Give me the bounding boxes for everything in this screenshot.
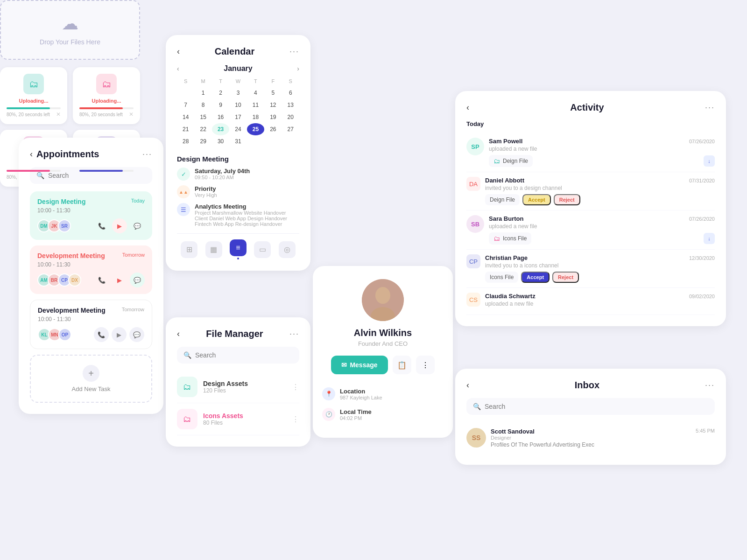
cal-day[interactable]: 3: [229, 87, 247, 99]
profile-actions: ✉ Message 📋 ⋮: [322, 356, 444, 374]
avatar: OP: [58, 328, 71, 341]
more-button[interactable]: ⋮: [416, 356, 435, 374]
cal-day[interactable]: 28: [177, 135, 194, 147]
cal-day[interactable]: 8: [194, 99, 211, 111]
file-menu-icons[interactable]: ⋮: [292, 415, 299, 424]
cal-nav-grid[interactable]: ▦: [205, 241, 222, 258]
cal-nav-check[interactable]: ◎: [279, 241, 296, 258]
upload-cancel-1[interactable]: ✕: [56, 111, 61, 118]
cal-next-arrow[interactable]: ›: [297, 65, 299, 72]
cal-day[interactable]: 9: [212, 99, 229, 111]
cal-day[interactable]: 6: [282, 87, 299, 99]
cal-day-today[interactable]: 25: [247, 123, 264, 135]
activity-desc-claudia: uploaded a new file: [485, 301, 715, 307]
cal-day[interactable]: [177, 87, 194, 99]
inbox-item-scott[interactable]: SS Scott Sandoval Designer 5:45 PM Profi…: [466, 422, 715, 454]
drop-zone[interactable]: ☁ Drop Your Files Here: [0, 0, 140, 60]
cal-day[interactable]: [282, 135, 299, 147]
message-button[interactable]: 💬: [130, 218, 145, 233]
cal-day[interactable]: 22: [194, 123, 211, 135]
cal-day-header: T: [212, 76, 229, 87]
file-item-icons-assets[interactable]: 🗂 Icons Assets 80 Files ⋮: [177, 403, 299, 435]
profile-location-value: 987 Kayleigh Lake: [340, 395, 382, 400]
appointments-search-input[interactable]: [48, 172, 130, 179]
cal-day[interactable]: 5: [264, 87, 282, 99]
cal-day[interactable]: 13: [282, 99, 299, 111]
activity-desc-sara: uploaded a new file: [489, 223, 715, 230]
cal-day[interactable]: 21: [177, 123, 194, 135]
message-button[interactable]: ✉ Message: [331, 356, 388, 374]
cal-day[interactable]: 16: [212, 111, 229, 123]
inbox-back-arrow[interactable]: ‹: [466, 380, 469, 390]
activity-content-christian: Christian Page 12/30/2020 invited you to…: [485, 254, 715, 283]
add-task-box[interactable]: + Add New Task: [30, 355, 152, 403]
cal-day[interactable]: 19: [264, 111, 282, 123]
download-button-sara[interactable]: ↓: [704, 233, 715, 244]
file-manager-search-bar[interactable]: 🔍: [177, 347, 299, 364]
message-button[interactable]: 💬: [129, 327, 144, 342]
appointments-title: Appointments: [36, 149, 99, 160]
accept-button-daniel[interactable]: Accept: [522, 194, 551, 205]
calendar-title: Calendar: [215, 46, 255, 57]
cal-day[interactable]: 31: [229, 135, 247, 147]
cal-day[interactable]: 18: [247, 111, 264, 123]
appointments-back-arrow[interactable]: ‹: [30, 149, 33, 159]
copy-button[interactable]: 📋: [393, 356, 411, 374]
video-button[interactable]: ▶: [112, 327, 127, 342]
file-item-design-assets[interactable]: 🗂 Design Assets 120 Files ⋮: [177, 371, 299, 403]
video-button[interactable]: ▶: [112, 218, 127, 233]
file-manager-back-arrow[interactable]: ‹: [177, 329, 180, 339]
cal-day[interactable]: 17: [229, 111, 247, 123]
cal-day[interactable]: 12: [264, 99, 282, 111]
upload-cancel-2[interactable]: ✕: [129, 111, 134, 118]
file-manager-search-input[interactable]: [195, 351, 277, 359]
cal-day[interactable]: 4: [247, 87, 264, 99]
appointments-menu[interactable]: ···: [142, 149, 152, 159]
cal-day[interactable]: 7: [177, 99, 194, 111]
file-count-design: 120 Files: [203, 387, 286, 394]
cal-nav-main[interactable]: ⊞: [181, 241, 197, 258]
cal-day[interactable]: 30: [212, 135, 229, 147]
call-button[interactable]: 📞: [94, 218, 109, 233]
file-manager-menu[interactable]: ···: [289, 329, 299, 339]
cal-day[interactable]: 11: [247, 99, 264, 111]
cal-nav-doc[interactable]: ▭: [254, 241, 271, 258]
activity-back-arrow[interactable]: ‹: [466, 103, 469, 112]
accept-button-christian[interactable]: Accept: [521, 272, 550, 283]
call-button[interactable]: 📞: [94, 327, 109, 342]
cal-day[interactable]: 29: [194, 135, 211, 147]
activity-content-sam: Sam Powell 07/26/2020 uploaded a new fil…: [489, 138, 715, 167]
cal-day[interactable]: 14: [177, 111, 194, 123]
cal-day[interactable]: 24: [229, 123, 247, 135]
inbox-menu[interactable]: ···: [705, 380, 715, 390]
cal-day[interactable]: 27: [282, 123, 299, 135]
file-menu-design[interactable]: ⋮: [292, 383, 299, 392]
download-button-sam[interactable]: ↓: [704, 155, 715, 167]
inbox-time-scott: 5:45 PM: [696, 428, 715, 441]
message-button[interactable]: 💬: [130, 273, 145, 287]
cal-day[interactable]: 26: [264, 123, 282, 135]
file-info-icons: Icons Assets 80 Files: [203, 412, 286, 426]
activity-menu[interactable]: ···: [705, 103, 715, 112]
cal-day[interactable]: 15: [194, 111, 211, 123]
reject-button-daniel[interactable]: Reject: [554, 194, 580, 205]
calendar-back-arrow[interactable]: ‹: [177, 47, 180, 56]
cal-day[interactable]: 20: [282, 111, 299, 123]
reject-button-christian[interactable]: Reject: [552, 272, 579, 283]
call-button[interactable]: 📞: [94, 273, 109, 287]
cal-prev-arrow[interactable]: ‹: [177, 65, 179, 72]
cal-day-highlighted[interactable]: 23: [212, 123, 229, 135]
cal-day[interactable]: 10: [229, 99, 247, 111]
inbox-search-bar[interactable]: 🔍: [466, 398, 715, 415]
profile-avatar-img: [362, 279, 404, 321]
cal-day[interactable]: 2: [212, 87, 229, 99]
cal-day[interactable]: [264, 135, 282, 147]
video-button[interactable]: ▶: [112, 273, 127, 287]
inbox-search-input[interactable]: [485, 403, 566, 410]
cal-nav-list[interactable]: ≡: [230, 239, 247, 259]
cal-day[interactable]: [247, 135, 264, 147]
avatar-daniel: DA: [466, 177, 480, 191]
cal-day[interactable]: 1: [194, 87, 211, 99]
calendar-menu[interactable]: ···: [289, 47, 299, 56]
profile-time-label: Local Time: [340, 408, 372, 415]
